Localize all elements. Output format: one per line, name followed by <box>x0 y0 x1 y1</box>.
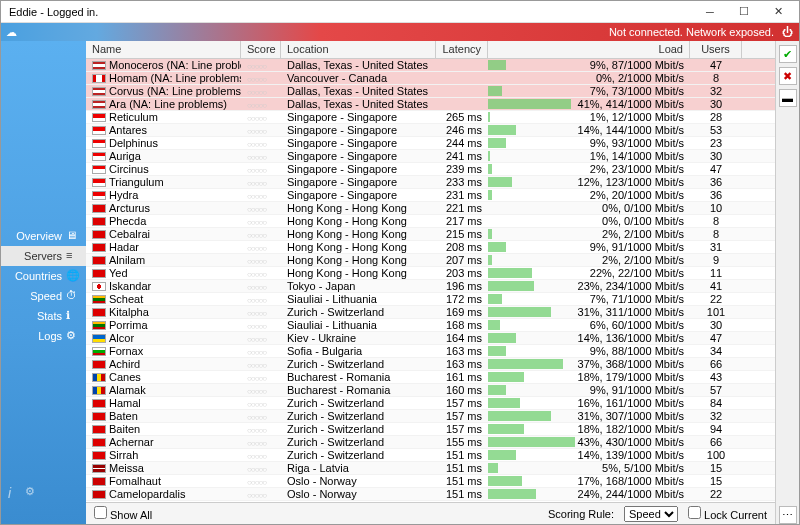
server-row[interactable]: Canes○○○○○Bucharest - Romania161 ms18%, … <box>86 371 775 384</box>
server-latency: 151 ms <box>436 462 488 474</box>
server-row[interactable]: Iskandar○○○○○Tokyo - Japan196 ms23%, 234… <box>86 280 775 293</box>
server-row[interactable]: Sirrah○○○○○Zurich - Switzerland151 ms14%… <box>86 449 775 462</box>
header-name[interactable]: Name <box>86 41 241 58</box>
server-location: Hong Kong - Hong Kong <box>281 267 436 279</box>
server-latency: 161 ms <box>436 371 488 383</box>
server-row[interactable]: Cebalrai○○○○○Hong Kong - Hong Kong215 ms… <box>86 228 775 241</box>
server-name: Camelopardalis <box>109 488 185 500</box>
score-stars: ○○○○○ <box>247 257 266 266</box>
server-row[interactable]: Antares○○○○○Singapore - Singapore246 ms1… <box>86 124 775 137</box>
sidebar-item-logs[interactable]: Logs⚙ <box>1 326 86 346</box>
server-users: 36 <box>690 176 742 188</box>
server-list[interactable]: Monoceros (NA: Line problems)○○○○○Dallas… <box>86 59 775 502</box>
server-row[interactable]: Meissa○○○○○Riga - Latvia151 ms5%, 5/100 … <box>86 462 775 475</box>
score-stars: ○○○○○ <box>247 179 266 188</box>
allow-button[interactable]: ✔ <box>779 45 797 63</box>
banner-text: Not connected. Network exposed. <box>609 26 774 38</box>
server-row[interactable]: Delphinus○○○○○Singapore - Singapore244 m… <box>86 137 775 150</box>
server-row[interactable]: Achird○○○○○Zurich - Switzerland163 ms37%… <box>86 358 775 371</box>
sidebar-item-overview[interactable]: Overview🖥 <box>1 226 86 246</box>
server-row[interactable]: Auriga○○○○○Singapore - Singapore241 ms1%… <box>86 150 775 163</box>
score-stars: ○○○○○ <box>247 439 266 448</box>
score-stars: ○○○○○ <box>247 166 266 175</box>
flag-icon <box>92 230 106 239</box>
server-row[interactable]: Kitalpha○○○○○Zurich - Switzerland169 ms3… <box>86 306 775 319</box>
server-latency: 217 ms <box>436 215 488 227</box>
server-row[interactable]: Corvus (NA: Line problems)○○○○○Dallas, T… <box>86 85 775 98</box>
server-row[interactable]: Hamal○○○○○Zurich - Switzerland157 ms16%,… <box>86 397 775 410</box>
scoring-rule-select[interactable]: Speed <box>624 506 678 522</box>
header-location[interactable]: Location <box>281 41 436 58</box>
server-users: 28 <box>690 111 742 123</box>
neutral-button[interactable]: ▬ <box>779 89 797 107</box>
server-latency: 215 ms <box>436 228 488 240</box>
deny-button[interactable]: ✖ <box>779 67 797 85</box>
server-row[interactable]: Scheat○○○○○Siauliai - Lithuania172 ms7%,… <box>86 293 775 306</box>
server-latency: 221 ms <box>436 202 488 214</box>
server-row[interactable]: Triangulum○○○○○Singapore - Singapore233 … <box>86 176 775 189</box>
server-row[interactable]: Fomalhaut○○○○○Oslo - Norway151 ms17%, 16… <box>86 475 775 488</box>
server-users: 101 <box>690 306 742 318</box>
server-row[interactable]: Homam (NA: Line problems)○○○○○Vancouver … <box>86 72 775 85</box>
server-row[interactable]: Achernar○○○○○Zurich - Switzerland155 ms4… <box>86 436 775 449</box>
server-load: 2%, 20/1000 Mbit/s <box>488 189 690 201</box>
sidebar-item-speed[interactable]: Speed⏱ <box>1 286 86 306</box>
server-row[interactable]: Alamak○○○○○Bucharest - Romania160 ms9%, … <box>86 384 775 397</box>
server-location: Bucharest - Romania <box>281 371 436 383</box>
server-location: Hong Kong - Hong Kong <box>281 254 436 266</box>
server-row[interactable]: Arcturus○○○○○Hong Kong - Hong Kong221 ms… <box>86 202 775 215</box>
server-row[interactable]: Alcor○○○○○Kiev - Ukraine164 ms14%, 136/1… <box>86 332 775 345</box>
server-row[interactable]: Camelopardalis○○○○○Oslo - Norway151 ms24… <box>86 488 775 501</box>
server-row[interactable]: Ara (NA: Line problems)○○○○○Dallas, Texa… <box>86 98 775 111</box>
lock-current-checkbox[interactable]: Lock Current <box>688 506 767 521</box>
connect-icon[interactable]: ⏻ <box>782 26 793 38</box>
flag-icon <box>92 438 106 447</box>
server-row[interactable]: Circinus○○○○○Singapore - Singapore239 ms… <box>86 163 775 176</box>
sidebar-item-servers[interactable]: Servers≡ <box>1 246 86 266</box>
flag-icon <box>92 425 106 434</box>
sidebar-item-stats[interactable]: Statsℹ <box>1 306 86 326</box>
server-location: Oslo - Norway <box>281 475 436 487</box>
score-stars: ○○○○○ <box>247 296 266 305</box>
server-row[interactable]: Fornax○○○○○Sofia - Bulgaria163 ms9%, 88/… <box>86 345 775 358</box>
server-load: 12%, 123/1000 Mbit/s <box>488 176 690 188</box>
server-row[interactable]: Phecda○○○○○Hong Kong - Hong Kong217 ms0%… <box>86 215 775 228</box>
close-button[interactable]: ✕ <box>761 2 795 22</box>
sidebar-label: Servers <box>24 250 62 262</box>
flag-icon <box>92 100 106 109</box>
score-stars: ○○○○○ <box>247 283 266 292</box>
info-icon[interactable]: i <box>8 485 11 501</box>
header-load[interactable]: Load <box>488 41 690 58</box>
header-score[interactable]: Score <box>241 41 281 58</box>
server-load: 1%, 12/1000 Mbit/s <box>488 111 690 123</box>
more-button[interactable]: ⋯ <box>779 506 797 524</box>
score-stars: ○○○○○ <box>247 309 266 318</box>
server-row[interactable]: Monoceros (NA: Line problems)○○○○○Dallas… <box>86 59 775 72</box>
server-row[interactable]: Baten○○○○○Zurich - Switzerland157 ms31%,… <box>86 410 775 423</box>
flag-icon <box>92 269 106 278</box>
gear-icon: ⚙ <box>66 329 80 343</box>
score-stars: ○○○○○ <box>247 270 266 279</box>
server-row[interactable]: Porrima○○○○○Siauliai - Lithuania168 ms6%… <box>86 319 775 332</box>
server-row[interactable]: Hydra○○○○○Singapore - Singapore231 ms2%,… <box>86 189 775 202</box>
header-users[interactable]: Users <box>690 41 742 58</box>
server-latency: 151 ms <box>436 475 488 487</box>
globe-icon: 🌐 <box>66 269 80 283</box>
server-location: Hong Kong - Hong Kong <box>281 202 436 214</box>
server-row[interactable]: Alnilam○○○○○Hong Kong - Hong Kong207 ms2… <box>86 254 775 267</box>
settings-icon[interactable]: ⚙ <box>25 485 35 501</box>
sidebar-item-countries[interactable]: Countries🌐 <box>1 266 86 286</box>
server-name: Baten <box>109 410 138 422</box>
server-latency: 163 ms <box>436 358 488 370</box>
maximize-button[interactable]: ☐ <box>727 2 761 22</box>
show-all-checkbox[interactable]: Show All <box>94 506 152 521</box>
server-row[interactable]: Baiten○○○○○Zurich - Switzerland157 ms18%… <box>86 423 775 436</box>
server-row[interactable]: Hadar○○○○○Hong Kong - Hong Kong208 ms9%,… <box>86 241 775 254</box>
minimize-button[interactable]: ─ <box>693 2 727 22</box>
sidebar-label: Speed <box>30 290 62 302</box>
server-row[interactable]: Yed○○○○○Hong Kong - Hong Kong203 ms22%, … <box>86 267 775 280</box>
server-row[interactable]: Reticulum○○○○○Singapore - Singapore265 m… <box>86 111 775 124</box>
server-name: Baiten <box>109 423 140 435</box>
header-latency[interactable]: Latency <box>436 41 488 58</box>
server-load: 6%, 60/1000 Mbit/s <box>488 319 690 331</box>
